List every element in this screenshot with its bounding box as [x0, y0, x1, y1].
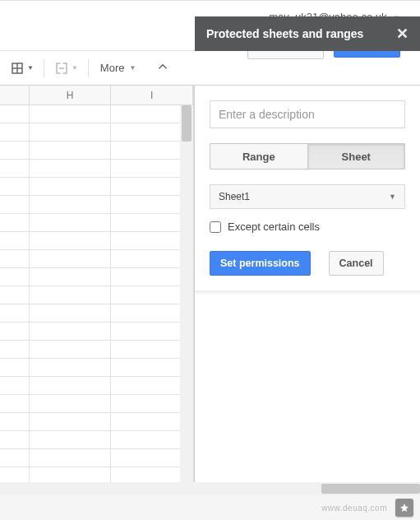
- grid-row[interactable]: [0, 359, 193, 377]
- grid-row[interactable]: [0, 142, 193, 160]
- close-icon[interactable]: ✕: [396, 26, 408, 41]
- grid-row[interactable]: [0, 304, 193, 323]
- separator: [44, 59, 44, 77]
- column-header-first[interactable]: [0, 86, 30, 104]
- explore-button[interactable]: [395, 499, 413, 517]
- column-header[interactable]: H: [30, 86, 112, 104]
- scrollbar-thumb[interactable]: [182, 105, 192, 142]
- except-cells-checkbox[interactable]: [210, 221, 221, 233]
- sheet-selected-label: Sheet1: [219, 191, 250, 202]
- star-icon: [399, 503, 409, 513]
- chevron-down-icon: ▼: [72, 64, 78, 72]
- borders-button[interactable]: ▼: [5, 57, 39, 80]
- tab-range[interactable]: Range: [210, 144, 307, 169]
- except-cells-label: Except certain cells: [228, 221, 320, 233]
- except-cells-checkbox-row[interactable]: Except certain cells: [210, 221, 405, 233]
- grid-row[interactable]: [0, 341, 193, 359]
- chevron-down-icon: ▼: [129, 64, 136, 72]
- scrollbar-thumb[interactable]: [321, 484, 420, 494]
- chevron-down-icon: ▼: [27, 64, 34, 72]
- grid-row[interactable]: [0, 268, 193, 286]
- merge-icon: [54, 61, 69, 76]
- grid-row[interactable]: [0, 377, 193, 395]
- grid-row[interactable]: [0, 250, 193, 268]
- grid-row[interactable]: [0, 196, 193, 214]
- panel-title: Protected sheets and ranges: [206, 27, 396, 40]
- panel-header: Protected sheets and ranges ✕: [195, 16, 420, 51]
- grid-row[interactable]: [0, 123, 193, 142]
- grid-row[interactable]: [0, 160, 193, 178]
- grid-row[interactable]: [0, 395, 193, 413]
- description-input[interactable]: [210, 100, 405, 128]
- spreadsheet-grid[interactable]: H I: [0, 86, 194, 482]
- tab-sheet[interactable]: Sheet: [307, 144, 405, 169]
- more-button[interactable]: More ▼: [94, 62, 143, 74]
- watermark-text: www.deuaq.com: [321, 504, 387, 513]
- vertical-scrollbar[interactable]: [180, 105, 193, 482]
- chevron-up-icon: [155, 59, 170, 74]
- more-label: More: [100, 62, 125, 74]
- grid-row[interactable]: [0, 232, 193, 250]
- chevron-down-icon: ▼: [389, 193, 396, 201]
- grid-row[interactable]: [0, 449, 193, 467]
- horizontal-scrollbar[interactable]: [0, 482, 420, 495]
- grid-row[interactable]: [0, 286, 193, 304]
- protected-ranges-panel: Range Sheet Sheet1 ▼ Except certain cell…: [194, 86, 420, 482]
- collapse-toolbar-button[interactable]: [155, 59, 170, 77]
- separator: [88, 59, 89, 77]
- merge-cells-button: ▼: [49, 57, 83, 80]
- borders-icon: [10, 61, 25, 76]
- set-permissions-button[interactable]: Set permissions: [210, 251, 311, 276]
- column-header[interactable]: I: [111, 86, 193, 104]
- grid-row[interactable]: [0, 467, 193, 482]
- panel-shadow: [195, 290, 420, 295]
- grid-row[interactable]: [0, 413, 193, 431]
- grid-row[interactable]: [0, 323, 193, 341]
- sheet-select[interactable]: Sheet1 ▼: [210, 184, 405, 209]
- grid-row[interactable]: [0, 214, 193, 232]
- grid-row[interactable]: [0, 178, 193, 196]
- grid-row[interactable]: [0, 431, 193, 449]
- grid-row[interactable]: [0, 105, 193, 123]
- cancel-button[interactable]: Cancel: [329, 251, 384, 276]
